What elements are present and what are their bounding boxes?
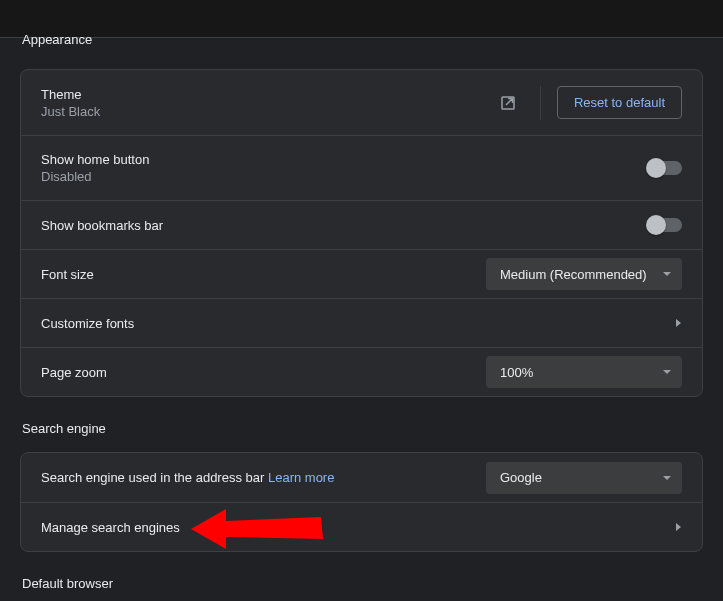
row-page-zoom: Page zoom 100% xyxy=(21,347,702,396)
home-button-toggle[interactable] xyxy=(648,161,682,175)
font-size-select[interactable]: Medium (Recommended) xyxy=(486,258,682,290)
page-zoom-value: 100% xyxy=(500,365,533,380)
open-external-icon[interactable] xyxy=(492,87,524,119)
learn-more-link[interactable]: Learn more xyxy=(268,470,334,485)
search-engine-value: Google xyxy=(500,470,542,485)
search-engine-card: Search engine used in the address bar Le… xyxy=(20,452,703,552)
section-header-search-engine: Search engine xyxy=(20,397,703,452)
font-size-label: Font size xyxy=(41,267,486,282)
row-customize-fonts[interactable]: Customize fonts xyxy=(21,298,702,347)
chevron-down-icon xyxy=(662,367,672,377)
theme-label: Theme xyxy=(41,87,492,102)
section-header-appearance: Appearance xyxy=(20,32,703,63)
chevron-down-icon xyxy=(662,473,672,483)
page-zoom-select[interactable]: 100% xyxy=(486,356,682,388)
chevron-down-icon xyxy=(662,269,672,279)
appearance-card: Theme Just Black Reset to default Show h… xyxy=(20,69,703,397)
row-theme[interactable]: Theme Just Black Reset to default xyxy=(21,70,702,135)
home-button-value: Disabled xyxy=(41,169,648,184)
theme-value: Just Black xyxy=(41,104,492,119)
home-button-label: Show home button xyxy=(41,152,648,167)
row-font-size: Font size Medium (Recommended) xyxy=(21,249,702,298)
chevron-right-icon xyxy=(662,318,682,328)
row-search-engine-address-bar: Search engine used in the address bar Le… xyxy=(21,453,702,502)
row-manage-search-engines[interactable]: Manage search engines xyxy=(21,502,702,551)
bookmarks-bar-toggle[interactable] xyxy=(648,218,682,232)
chevron-right-icon xyxy=(662,522,682,532)
page-zoom-label: Page zoom xyxy=(41,365,486,380)
row-bookmarks-bar[interactable]: Show bookmarks bar xyxy=(21,200,702,249)
row-home-button[interactable]: Show home button Disabled xyxy=(21,135,702,200)
manage-search-engines-label: Manage search engines xyxy=(41,520,662,535)
bookmarks-bar-label: Show bookmarks bar xyxy=(41,218,648,233)
search-engine-label: Search engine used in the address bar xyxy=(41,470,264,485)
section-header-default-browser: Default browser xyxy=(20,552,703,601)
customize-fonts-label: Customize fonts xyxy=(41,316,662,331)
search-engine-select[interactable]: Google xyxy=(486,462,682,494)
font-size-value: Medium (Recommended) xyxy=(500,267,647,282)
reset-to-default-button[interactable]: Reset to default xyxy=(557,86,682,119)
divider xyxy=(540,86,541,120)
